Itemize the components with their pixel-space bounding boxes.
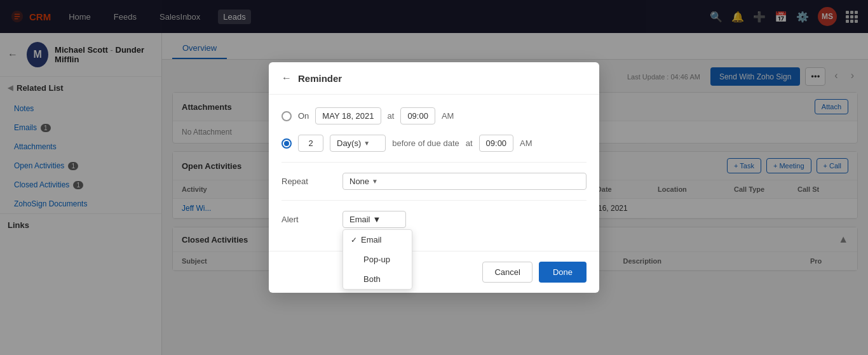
alert-dropdown[interactable]: Email ▼ (342, 211, 406, 228)
alert-option-both[interactable]: Both (343, 269, 412, 289)
days-before-radio[interactable] (281, 138, 292, 149)
done-button[interactable]: Done (539, 262, 587, 283)
check-icon: ✓ (351, 236, 357, 244)
on-label: On (298, 111, 309, 121)
alert-row: Alert Email ▼ ✓ Email Pop-u (281, 211, 587, 228)
modal-body: On MAY 18, 2021 at 09:00 AM 2 Day(s) ▼ b… (269, 95, 599, 251)
on-date-row: On MAY 18, 2021 at 09:00 AM (281, 107, 587, 124)
days-before-row: 2 Day(s) ▼ before of due date at 09:00 A… (281, 135, 587, 152)
ampm-days: AM (520, 138, 532, 148)
repeat-control: None ▼ (342, 173, 587, 190)
alert-option-email[interactable]: ✓ Email (343, 230, 412, 250)
repeat-dropdown-arrow: ▼ (372, 178, 378, 185)
modal-title: Reminder (298, 73, 342, 84)
time-days-input[interactable]: 09:00 (479, 135, 514, 152)
alert-option-popup[interactable]: Pop-up (343, 250, 412, 269)
before-label: before of due date (392, 138, 459, 148)
at-text-1: at (388, 111, 395, 121)
repeat-label: Repeat (281, 173, 332, 186)
modal-back-button[interactable]: ← (281, 72, 292, 84)
reminder-modal: ← Reminder On MAY 18, 2021 at 09:00 AM 2… (269, 62, 599, 293)
separator-2 (281, 200, 587, 201)
date-input[interactable]: MAY 18, 2021 (315, 107, 381, 124)
repeat-row: Repeat None ▼ (281, 173, 587, 190)
alert-label: Alert (281, 211, 332, 224)
alert-dropdown-menu: ✓ Email Pop-up Both (342, 229, 412, 290)
modal-header: ← Reminder (269, 62, 599, 95)
cancel-button[interactable]: Cancel (482, 262, 532, 283)
at-text-2: at (466, 138, 473, 148)
modal-overlay[interactable]: ← Reminder On MAY 18, 2021 at 09:00 AM 2… (0, 0, 868, 355)
separator-1 (281, 162, 587, 163)
number-input[interactable]: 2 (298, 135, 323, 152)
alert-control: Email ▼ ✓ Email Pop-up (342, 211, 587, 228)
alert-dropdown-arrow: ▼ (373, 215, 381, 224)
on-date-radio[interactable] (281, 111, 292, 121)
repeat-dropdown[interactable]: None ▼ (342, 173, 587, 190)
days-dropdown[interactable]: Day(s) ▼ (330, 135, 386, 152)
modal-footer: Cancel Done (269, 251, 599, 293)
ampm-on: AM (442, 111, 454, 121)
time-on-input[interactable]: 09:00 (400, 107, 435, 124)
days-dropdown-arrow: ▼ (363, 140, 370, 147)
